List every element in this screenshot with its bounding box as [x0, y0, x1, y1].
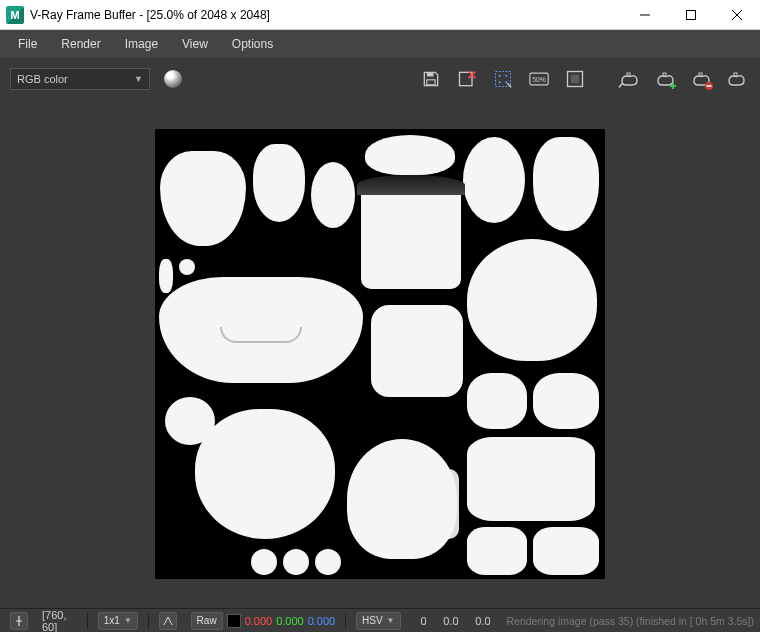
menu-image[interactable]: Image	[115, 33, 168, 55]
svg-rect-17	[734, 73, 737, 76]
menu-bar: File Render Image View Options	[0, 30, 760, 58]
channel-selector-label: RGB color	[17, 73, 68, 85]
menu-options[interactable]: Options	[222, 33, 283, 55]
fit-window-button[interactable]	[562, 66, 588, 92]
fifty-percent-button[interactable]: 50%	[526, 66, 552, 92]
color-mode-dropdown[interactable]: HSV ▼	[356, 612, 400, 630]
svg-point-7	[505, 81, 507, 83]
color-mode-label: HSV	[362, 615, 383, 626]
svg-rect-1	[427, 80, 435, 85]
window-close-button[interactable]	[714, 0, 760, 30]
menu-render[interactable]: Render	[51, 33, 110, 55]
blue-value: 0.000	[308, 615, 336, 627]
window-titlebar: V-Ray Frame Buffer - [25.0% of 2048 x 20…	[0, 0, 760, 30]
window-title: V-Ray Frame Buffer - [25.0% of 2048 x 20…	[30, 8, 270, 22]
value-value: 0.0	[463, 615, 491, 627]
app-icon	[6, 6, 24, 24]
svg-text:50%: 50%	[532, 76, 545, 83]
menu-view[interactable]: View	[172, 33, 218, 55]
eyedropper-arrow-button[interactable]	[159, 612, 177, 630]
render-output-image	[155, 129, 605, 579]
pin-button[interactable]	[10, 612, 28, 630]
toolbar: RGB color ▼ 50%	[0, 58, 760, 100]
delete-saved-image-button[interactable]	[454, 66, 480, 92]
status-message: Rendering image (pass 35) (finished in […	[507, 615, 754, 627]
svg-rect-13	[663, 73, 666, 76]
red-value: 0.000	[245, 615, 273, 627]
pixel-zoom-dropdown[interactable]: 1x1 ▼	[98, 612, 138, 630]
svg-point-4	[499, 75, 501, 77]
svg-rect-16	[707, 85, 712, 87]
save-image-button[interactable]	[418, 66, 444, 92]
chevron-down-icon: ▼	[134, 74, 143, 84]
color-sphere-icon	[164, 70, 182, 88]
saturation-value: 0.0	[431, 615, 459, 627]
pixel-zoom-label: 1x1	[104, 615, 120, 626]
svg-rect-14	[699, 73, 702, 76]
green-value: 0.000	[276, 615, 304, 627]
menu-file[interactable]: File	[8, 33, 47, 55]
window-minimize-button[interactable]	[622, 0, 668, 30]
color-sphere-button[interactable]	[160, 66, 186, 92]
render-remove-button[interactable]	[688, 66, 714, 92]
render-button[interactable]	[724, 66, 750, 92]
window-maximize-button[interactable]	[668, 0, 714, 30]
channel-selector-dropdown[interactable]: RGB color ▼	[10, 68, 150, 90]
render-viewport[interactable]	[0, 100, 760, 608]
render-add-button[interactable]	[652, 66, 678, 92]
region-render-button[interactable]	[490, 66, 516, 92]
svg-rect-0	[687, 10, 696, 19]
chevron-down-icon: ▼	[387, 616, 395, 625]
hue-value: 0	[405, 615, 427, 627]
chevron-down-icon: ▼	[124, 616, 132, 625]
svg-rect-12	[627, 73, 630, 76]
raw-label: Raw	[197, 615, 217, 626]
svg-rect-11	[571, 75, 579, 83]
picked-color-swatch	[227, 614, 241, 628]
cursor-coords: [760, 60]	[38, 610, 81, 632]
svg-point-5	[505, 75, 507, 77]
svg-rect-2	[460, 72, 473, 85]
svg-point-6	[499, 81, 501, 83]
raw-toggle-button[interactable]: Raw	[191, 612, 223, 630]
render-last-button[interactable]	[616, 66, 642, 92]
status-bar: [760, 60] 1x1 ▼ Raw 0.000 0.000 0.000 HS…	[0, 608, 760, 632]
